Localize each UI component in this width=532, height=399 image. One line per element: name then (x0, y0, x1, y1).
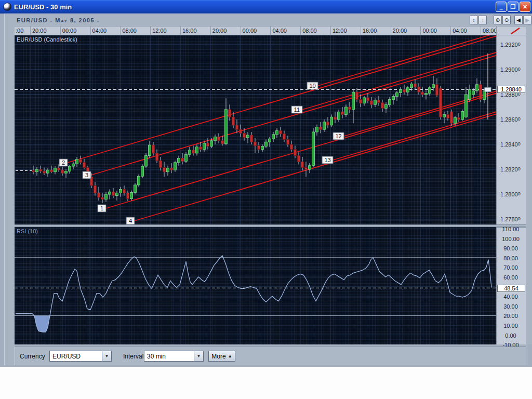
candle (192, 150, 195, 153)
candle (447, 114, 449, 118)
candle (119, 189, 122, 193)
time-tick-label: 04:00 (272, 28, 287, 34)
candle (83, 163, 86, 168)
pan-right-icon[interactable]: ▶ (523, 16, 531, 24)
time-tick (361, 26, 361, 36)
candle (280, 131, 282, 134)
candle (385, 104, 388, 108)
zoom-in-icon[interactable]: ⊕ (494, 16, 502, 24)
candle (54, 168, 57, 172)
rsi-axis[interactable]: 110.00100.0090.0080.0070.0060.0040.0030.… (496, 227, 526, 344)
candle (472, 91, 475, 95)
current-rsi-box: 48.54 (497, 285, 525, 292)
time-tick (210, 26, 211, 36)
time-tick (30, 26, 31, 36)
candle (378, 100, 380, 103)
candle (76, 159, 78, 164)
candle (185, 154, 188, 161)
time-tick (391, 26, 391, 36)
interval-label: Interval (123, 353, 143, 360)
more-button[interactable]: More ▲ (208, 351, 235, 362)
candle (207, 143, 209, 147)
rsi-tick-label: 100.00 (497, 236, 525, 242)
trendline-icon (497, 26, 526, 36)
candle (159, 161, 162, 167)
price-tick-label: 1.29000 (500, 66, 521, 73)
app-window: EUR/USD - 30 min _ ❐ ✕ EUR/USD - May 8, … (0, 0, 532, 367)
candle (287, 139, 289, 144)
svg-text:3: 3 (85, 172, 88, 178)
desktop-background (0, 367, 532, 399)
chart-header-title: EUR/USD - May 8, 2005 - (17, 17, 100, 23)
rsi-tick-label: 40.00 (497, 294, 525, 300)
time-tick (180, 26, 181, 36)
candle (163, 167, 166, 171)
candle (461, 111, 464, 119)
candle (250, 135, 253, 142)
candle (465, 95, 468, 117)
candlestick-chart[interactable]: EUR/USD (Candlestick) 231410111213 (15, 35, 496, 224)
time-tick-label: 00:00 (62, 28, 77, 34)
time-tick (300, 26, 301, 36)
candle (43, 171, 46, 174)
time-tick (270, 26, 271, 36)
candle (130, 192, 133, 198)
rsi-chart[interactable]: RSI (10) (15, 227, 496, 344)
time-tick-label: 16:00 (363, 28, 377, 34)
candle (98, 193, 100, 197)
candle (316, 127, 318, 132)
candle (47, 170, 49, 173)
candle (254, 142, 257, 145)
currency-select[interactable]: EUR/USD ▼ (49, 351, 112, 362)
interval-select[interactable]: 30 min ▼ (144, 351, 204, 362)
candle (476, 85, 478, 91)
price-axis[interactable]: 1.292001.290001.288001.286001.284001.282… (496, 35, 526, 224)
rsi-oversold-fill (34, 315, 50, 332)
candle (294, 150, 297, 156)
time-tick-label: 20:00 (32, 28, 47, 34)
currency-label: Currency (20, 353, 45, 360)
candle (323, 122, 326, 129)
candle (389, 100, 391, 105)
candle (414, 84, 417, 87)
restore-button[interactable]: ❐ (508, 2, 518, 12)
more-label: More (211, 353, 225, 360)
rsi-tick-label: 60.00 (497, 274, 525, 281)
candle (221, 141, 224, 144)
price-tick-label: 1.28400 (500, 141, 521, 148)
candle (32, 170, 35, 171)
close-button[interactable]: ✕ (520, 2, 530, 12)
zoom-out-icon[interactable]: ⊖ (502, 16, 511, 24)
candle (36, 169, 38, 172)
time-tick-label: 08:00 (302, 28, 317, 34)
candle (178, 158, 180, 162)
chevron-down-icon[interactable]: ▼ (102, 351, 111, 361)
time-tick-label: 12:00 (152, 28, 167, 34)
candle (290, 144, 293, 150)
candle (301, 162, 304, 168)
fit-vertical-icon[interactable]: ↕ (470, 16, 478, 24)
candle (298, 156, 300, 162)
candle (232, 117, 235, 125)
candle (112, 192, 115, 195)
chevron-up-icon: ▲ (228, 354, 232, 358)
pan-left-icon[interactable]: ◀ (514, 16, 523, 24)
price-tick-label: 1.29200 (500, 42, 521, 48)
candle (410, 84, 413, 88)
candle (210, 141, 213, 147)
minimize-button[interactable]: _ (496, 2, 507, 12)
candle (400, 89, 402, 92)
candle (116, 193, 118, 196)
candle (480, 85, 482, 100)
time-axis[interactable]: :0020:0000:0004:0008:0012:0016:0020:0000… (15, 26, 496, 35)
candle (196, 147, 198, 153)
svg-text:2: 2 (62, 159, 65, 166)
candle (58, 168, 60, 170)
candle (149, 145, 151, 155)
candle (392, 97, 395, 100)
title-bar[interactable]: EUR/USD - 30 min _ ❐ ✕ (0, 0, 532, 14)
fit-vertical-all-icon[interactable]: ↕ (478, 16, 487, 24)
svg-text:10: 10 (309, 83, 315, 89)
candle (79, 159, 82, 163)
chevron-down-icon[interactable]: ▼ (194, 351, 203, 361)
